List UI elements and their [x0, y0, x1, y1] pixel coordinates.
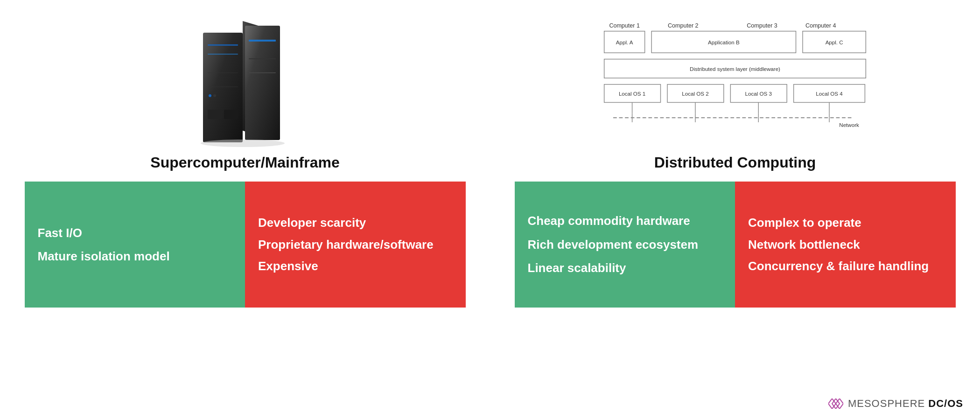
right-pro-2: Rich development ecosystem	[528, 237, 722, 252]
svg-text:Network: Network	[839, 122, 859, 128]
left-section: Supercomputer/Mainframe Fast I/O Mature …	[0, 0, 490, 420]
right-con-1: Complex to operate	[748, 215, 943, 231]
right-cons-card: Complex to operate Network bottleneck Co…	[735, 182, 956, 308]
svg-rect-2	[245, 26, 280, 140]
svg-rect-8	[249, 58, 276, 59]
svg-rect-1	[203, 33, 243, 142]
left-cards-row: Fast I/O Mature isolation model Develope…	[25, 182, 466, 308]
svg-rect-5	[208, 72, 238, 73]
main-container: Supercomputer/Mainframe Fast I/O Mature …	[0, 0, 980, 420]
logo-brand-text: MESOSPHERE DC/OS	[848, 398, 963, 410]
right-pros-card: Cheap commodity hardware Rich developmen…	[515, 182, 735, 308]
svg-rect-6	[208, 86, 238, 87]
svg-text:Application B: Application B	[708, 39, 740, 45]
svg-text:Local OS 1: Local OS 1	[619, 91, 645, 97]
svg-text:Local OS 2: Local OS 2	[682, 91, 708, 97]
svg-rect-9	[249, 72, 276, 73]
svg-point-13	[213, 94, 216, 97]
svg-text:Computer 2: Computer 2	[668, 22, 699, 29]
svg-text:Appl. C: Appl. C	[826, 39, 843, 45]
svg-text:Computer 1: Computer 1	[609, 22, 640, 29]
svg-rect-10	[208, 110, 222, 119]
svg-text:Computer 4: Computer 4	[805, 22, 836, 29]
right-section-title: Distributed Computing	[654, 154, 816, 171]
svg-point-12	[209, 94, 211, 97]
svg-rect-7	[249, 40, 276, 42]
right-con-2: Network bottleneck	[748, 237, 943, 252]
supercomputer-illustration	[198, 16, 292, 147]
right-pro-1: Cheap commodity hardware	[528, 213, 722, 229]
left-con-1: Developer scarcity	[258, 215, 453, 231]
logo-product-text: DC/OS	[928, 398, 963, 409]
distributed-diagram-area: Computer 1 Computer 2 Computer 3 Compute…	[600, 9, 870, 154]
left-cons-card: Developer scarcity Proprietary hardware/…	[245, 182, 466, 308]
svg-text:Local OS 4: Local OS 4	[816, 91, 843, 97]
svg-text:Local OS 3: Local OS 3	[745, 91, 772, 97]
left-pro-1: Fast I/O	[38, 225, 232, 241]
svg-rect-3	[208, 44, 238, 46]
mesosphere-logo: MESOSPHERE DC/OS	[828, 398, 963, 410]
svg-text:Distributed system layer (midd: Distributed system layer (middleware)	[690, 66, 780, 72]
supercomputer-image-area	[198, 9, 292, 154]
svg-rect-4	[208, 54, 238, 55]
svg-text:Appl. A: Appl. A	[616, 39, 633, 45]
distributed-diagram: Computer 1 Computer 2 Computer 3 Compute…	[600, 16, 870, 147]
svg-rect-11	[224, 110, 238, 119]
mesosphere-icon	[828, 399, 843, 409]
right-cards-row: Cheap commodity hardware Rich developmen…	[515, 182, 956, 308]
left-pros-card: Fast I/O Mature isolation model	[25, 182, 245, 308]
svg-text:Computer 3: Computer 3	[747, 22, 777, 29]
right-con-3: Concurrency & failure handling	[748, 259, 943, 274]
svg-point-14	[201, 140, 285, 147]
left-section-title: Supercomputer/Mainframe	[150, 154, 339, 171]
left-con-2: Proprietary hardware/software	[258, 237, 453, 252]
left-con-3: Expensive	[258, 259, 453, 274]
right-pro-3: Linear scalability	[528, 260, 722, 276]
left-pro-2: Mature isolation model	[38, 249, 232, 264]
right-section: Computer 1 Computer 2 Computer 3 Compute…	[490, 0, 980, 420]
